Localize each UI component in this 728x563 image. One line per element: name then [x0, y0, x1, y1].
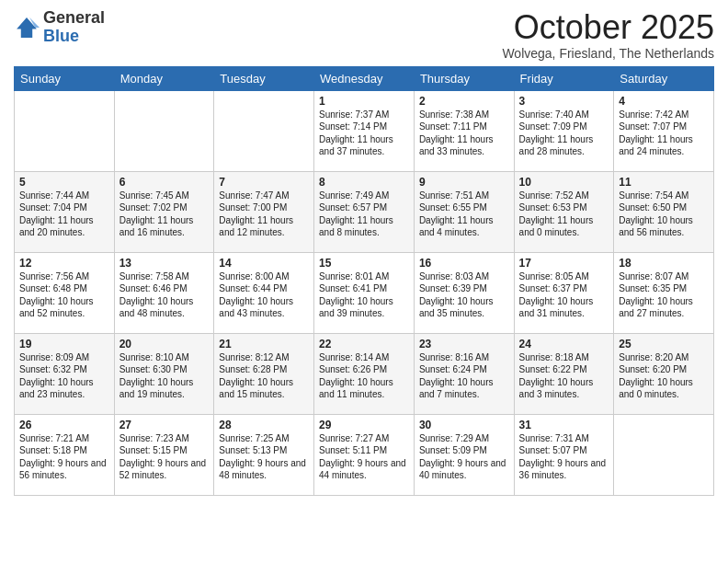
day-number: 12	[19, 257, 109, 270]
calendar-cell: 5Sunrise: 7:44 AM Sunset: 7:04 PM Daylig…	[15, 171, 115, 252]
day-number: 7	[219, 176, 309, 189]
day-number: 26	[19, 419, 109, 431]
day-info: Sunrise: 7:58 AM Sunset: 6:46 PM Dayligh…	[119, 270, 210, 320]
weekday-header: Wednesday	[314, 66, 415, 90]
day-info: Sunrise: 7:40 AM Sunset: 7:09 PM Dayligh…	[519, 109, 609, 158]
day-number: 13	[119, 257, 210, 270]
calendar-cell	[614, 414, 714, 495]
calendar-cell: 23Sunrise: 8:16 AM Sunset: 6:24 PM Dayli…	[414, 333, 514, 414]
weekday-header: Tuesday	[214, 66, 314, 90]
weekday-header: Sunday	[15, 66, 115, 90]
calendar-cell: 14Sunrise: 8:00 AM Sunset: 6:44 PM Dayli…	[214, 252, 314, 333]
day-info: Sunrise: 7:54 AM Sunset: 6:50 PM Dayligh…	[619, 190, 709, 239]
calendar-cell: 25Sunrise: 8:20 AM Sunset: 6:20 PM Dayli…	[614, 333, 714, 414]
logo-general-text: General	[43, 8, 105, 27]
day-info: Sunrise: 7:45 AM Sunset: 7:02 PM Dayligh…	[119, 190, 210, 239]
day-info: Sunrise: 7:52 AM Sunset: 6:53 PM Dayligh…	[519, 190, 609, 239]
day-number: 30	[419, 419, 509, 431]
calendar-cell: 26Sunrise: 7:21 AM Sunset: 5:18 PM Dayli…	[15, 414, 115, 495]
weekday-header: Saturday	[614, 66, 714, 90]
day-number: 1	[319, 95, 409, 108]
weekday-header: Monday	[114, 66, 214, 90]
calendar-cell: 15Sunrise: 8:01 AM Sunset: 6:41 PM Dayli…	[314, 252, 415, 333]
day-number: 5	[19, 176, 109, 189]
weekday-header-row: SundayMondayTuesdayWednesdayThursdayFrid…	[15, 66, 714, 90]
title-block: October 2025 Wolvega, Friesland, The Net…	[502, 9, 714, 61]
day-number: 28	[219, 419, 309, 431]
day-number: 4	[619, 95, 709, 108]
day-number: 24	[519, 338, 609, 350]
calendar-cell: 9Sunrise: 7:51 AM Sunset: 6:55 PM Daylig…	[414, 171, 514, 252]
calendar-cell: 10Sunrise: 7:52 AM Sunset: 6:53 PM Dayli…	[514, 171, 614, 252]
day-info: Sunrise: 7:56 AM Sunset: 6:48 PM Dayligh…	[19, 270, 109, 320]
calendar-cell: 29Sunrise: 7:27 AM Sunset: 5:11 PM Dayli…	[314, 414, 415, 495]
day-info: Sunrise: 8:09 AM Sunset: 6:32 PM Dayligh…	[19, 351, 109, 401]
calendar-cell: 7Sunrise: 7:47 AM Sunset: 7:00 PM Daylig…	[214, 171, 314, 252]
calendar-cell: 28Sunrise: 7:25 AM Sunset: 5:13 PM Dayli…	[214, 414, 314, 495]
logo: General Blue	[14, 9, 105, 46]
day-number: 6	[119, 176, 210, 189]
day-number: 22	[319, 338, 409, 350]
day-info: Sunrise: 7:23 AM Sunset: 5:15 PM Dayligh…	[119, 432, 210, 482]
day-info: Sunrise: 8:01 AM Sunset: 6:41 PM Dayligh…	[319, 270, 409, 320]
day-number: 11	[619, 176, 709, 189]
calendar-week-row: 26Sunrise: 7:21 AM Sunset: 5:18 PM Dayli…	[15, 414, 714, 495]
day-info: Sunrise: 7:49 AM Sunset: 6:57 PM Dayligh…	[319, 190, 409, 239]
day-number: 3	[519, 95, 609, 108]
location-subtitle: Wolvega, Friesland, The Netherlands	[502, 46, 714, 61]
calendar-cell: 17Sunrise: 8:05 AM Sunset: 6:37 PM Dayli…	[514, 252, 614, 333]
day-info: Sunrise: 8:14 AM Sunset: 6:26 PM Dayligh…	[319, 351, 409, 401]
day-number: 29	[319, 419, 409, 431]
day-info: Sunrise: 7:21 AM Sunset: 5:18 PM Dayligh…	[19, 432, 109, 482]
calendar-table: SundayMondayTuesdayWednesdayThursdayFrid…	[14, 66, 714, 496]
day-info: Sunrise: 8:10 AM Sunset: 6:30 PM Dayligh…	[119, 351, 210, 401]
calendar-cell: 18Sunrise: 8:07 AM Sunset: 6:35 PM Dayli…	[614, 252, 714, 333]
day-number: 19	[19, 338, 109, 350]
day-number: 31	[519, 419, 609, 431]
calendar-cell: 16Sunrise: 8:03 AM Sunset: 6:39 PM Dayli…	[414, 252, 514, 333]
calendar-week-row: 12Sunrise: 7:56 AM Sunset: 6:48 PM Dayli…	[15, 252, 714, 333]
day-info: Sunrise: 7:44 AM Sunset: 7:04 PM Dayligh…	[19, 190, 109, 239]
day-number: 23	[419, 338, 509, 350]
calendar-cell: 31Sunrise: 7:31 AM Sunset: 5:07 PM Dayli…	[514, 414, 614, 495]
calendar-cell: 27Sunrise: 7:23 AM Sunset: 5:15 PM Dayli…	[114, 414, 214, 495]
day-number: 18	[619, 257, 709, 270]
day-number: 8	[319, 176, 409, 189]
logo-icon	[14, 15, 40, 40]
day-info: Sunrise: 8:18 AM Sunset: 6:22 PM Dayligh…	[519, 351, 609, 401]
calendar-cell: 3Sunrise: 7:40 AM Sunset: 7:09 PM Daylig…	[514, 90, 614, 171]
day-number: 16	[419, 257, 509, 270]
weekday-header: Friday	[514, 66, 614, 90]
calendar-cell: 20Sunrise: 8:10 AM Sunset: 6:30 PM Dayli…	[114, 333, 214, 414]
day-info: Sunrise: 8:16 AM Sunset: 6:24 PM Dayligh…	[419, 351, 509, 401]
day-info: Sunrise: 8:05 AM Sunset: 6:37 PM Dayligh…	[519, 270, 609, 320]
calendar-cell: 24Sunrise: 8:18 AM Sunset: 6:22 PM Dayli…	[514, 333, 614, 414]
day-info: Sunrise: 8:12 AM Sunset: 6:28 PM Dayligh…	[219, 351, 309, 401]
day-number: 15	[319, 257, 409, 270]
calendar-cell: 30Sunrise: 7:29 AM Sunset: 5:09 PM Dayli…	[414, 414, 514, 495]
calendar-week-row: 5Sunrise: 7:44 AM Sunset: 7:04 PM Daylig…	[15, 171, 714, 252]
day-number: 9	[419, 176, 509, 189]
logo-blue-text: Blue	[43, 27, 79, 45]
day-info: Sunrise: 8:03 AM Sunset: 6:39 PM Dayligh…	[419, 270, 509, 320]
calendar-cell	[114, 90, 214, 171]
day-info: Sunrise: 7:42 AM Sunset: 7:07 PM Dayligh…	[619, 109, 709, 158]
day-info: Sunrise: 7:47 AM Sunset: 7:00 PM Dayligh…	[219, 190, 309, 239]
calendar-cell	[15, 90, 115, 171]
calendar-cell: 13Sunrise: 7:58 AM Sunset: 6:46 PM Dayli…	[114, 252, 214, 333]
calendar-cell	[214, 90, 314, 171]
day-number: 21	[219, 338, 309, 350]
calendar-cell: 1Sunrise: 7:37 AM Sunset: 7:14 PM Daylig…	[314, 90, 415, 171]
calendar-cell: 12Sunrise: 7:56 AM Sunset: 6:48 PM Dayli…	[15, 252, 115, 333]
day-info: Sunrise: 8:00 AM Sunset: 6:44 PM Dayligh…	[219, 270, 309, 320]
day-info: Sunrise: 7:27 AM Sunset: 5:11 PM Dayligh…	[319, 432, 409, 482]
day-number: 27	[119, 419, 210, 431]
calendar-cell: 21Sunrise: 8:12 AM Sunset: 6:28 PM Dayli…	[214, 333, 314, 414]
day-number: 10	[519, 176, 609, 189]
day-info: Sunrise: 7:38 AM Sunset: 7:11 PM Dayligh…	[419, 109, 509, 158]
day-info: Sunrise: 7:51 AM Sunset: 6:55 PM Dayligh…	[419, 190, 509, 239]
day-number: 17	[519, 257, 609, 270]
day-info: Sunrise: 8:20 AM Sunset: 6:20 PM Dayligh…	[619, 351, 709, 401]
calendar-cell: 22Sunrise: 8:14 AM Sunset: 6:26 PM Dayli…	[314, 333, 415, 414]
day-number: 14	[219, 257, 309, 270]
